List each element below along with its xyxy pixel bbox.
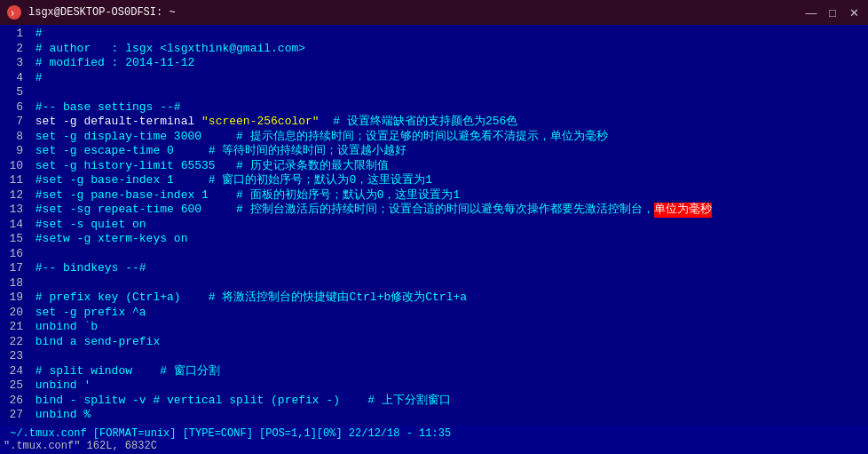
terminal-line: 17 #-- bindkeys --# xyxy=(4,261,864,276)
line-segment: # prefix key (Ctrl+a) # 将激活控制台的快捷键由Ctrl+… xyxy=(28,291,467,306)
line-segment: set -g display-time 3000 # 提示信息的持续时间；设置足… xyxy=(28,130,608,145)
line-number: 4 xyxy=(4,71,23,86)
line-number: 14 xyxy=(4,218,23,233)
line-number: 26 xyxy=(4,394,23,409)
terminal: 1 #2 # author : lsgx <lsgxthink@gmail.co… xyxy=(0,25,868,454)
terminal-line: 23 xyxy=(4,349,864,364)
terminal-line: 12 #set -g pane-base-index 1 # 面板的初始序号；默… xyxy=(4,188,864,203)
terminal-line: 14 #set -s quiet on xyxy=(4,218,864,233)
line-segment: #setw -g xterm-keys on xyxy=(28,232,187,247)
terminal-line: 21 unbind `b xyxy=(4,320,864,335)
line-number: 27 xyxy=(4,408,23,423)
terminal-line: 4 # xyxy=(4,71,864,86)
line-segment: # xyxy=(28,27,43,42)
terminal-line: 10 set -g history-limit 65535 # 历史记录条数的最… xyxy=(4,159,864,174)
title-bar-left: ❯ lsgx@DESKTOP-OS0DFSI: ~ xyxy=(7,5,176,20)
svg-text:❯: ❯ xyxy=(11,10,14,17)
line-number: 2 xyxy=(4,42,23,57)
terminal-line: 19 # prefix key (Ctrl+a) # 将激活控制台的快捷键由Ct… xyxy=(4,291,864,306)
line-segment: #set -g base-index 1 # 窗口的初始序号；默认为0，这里设置… xyxy=(28,173,432,188)
line-number: 17 xyxy=(4,261,23,276)
line-number: 12 xyxy=(4,188,23,203)
line-number: 21 xyxy=(4,320,23,335)
line-number: 19 xyxy=(4,291,23,306)
line-number: 22 xyxy=(4,335,23,350)
line-number: 11 xyxy=(4,173,23,188)
line-segment: # xyxy=(28,71,43,86)
terminal-line: 8 set -g display-time 3000 # 提示信息的持续时间；设… xyxy=(4,130,864,145)
terminal-line: 1 # xyxy=(4,27,864,42)
terminal-line: 9 set -g escape-time 0 # 等待时间的持续时间；设置越小越… xyxy=(4,144,864,159)
line-number: 7 xyxy=(4,115,23,130)
terminal-line: 22 bind a send-prefix xyxy=(4,335,864,350)
maximize-button[interactable]: □ xyxy=(825,6,840,20)
line-number: 3 xyxy=(4,56,23,71)
line-number: 20 xyxy=(4,306,23,321)
close-button[interactable]: ✕ xyxy=(847,6,861,20)
line-number: 1 xyxy=(4,27,23,42)
line-number: 25 xyxy=(4,378,23,394)
line-segment: # 设置终端缺省的支持颜色为256色 xyxy=(320,115,518,130)
line-segment: unbind ' xyxy=(28,378,91,394)
line-segment: "screen-256color" xyxy=(201,115,320,130)
terminal-line: 2 # author : lsgx <lsgxthink@gmail.com> xyxy=(4,42,864,57)
line-number: 15 xyxy=(4,232,23,247)
line-segment: #-- base settings --# xyxy=(28,100,181,115)
line-segment: #set -g pane-base-index 1 # 面板的初始序号；默认为0… xyxy=(28,188,460,203)
line-segment: set -g default-terminal xyxy=(28,115,201,130)
line-segment: # author : lsgx <lsgxthink@gmail.com> xyxy=(28,42,305,57)
ubuntu-icon: ❯ xyxy=(7,5,21,20)
line-segment: set -g prefix ^a xyxy=(28,306,146,321)
terminal-line: 13 #set -sg repeat-time 600 # 控制台激活后的持续时… xyxy=(4,203,864,218)
line-segment: 单位为毫秒 xyxy=(654,203,712,218)
terminal-line: 15 #setw -g xterm-keys on xyxy=(4,232,864,247)
terminal-line: 16 xyxy=(4,247,864,262)
terminal-line: 7 set -g default-terminal "screen-256col… xyxy=(4,115,864,130)
line-number: 24 xyxy=(4,364,23,379)
line-number: 13 xyxy=(4,203,23,218)
line-segment: set -g history-limit 65535 # 历史记录条数的最大限制… xyxy=(28,159,389,174)
line-number: 16 xyxy=(4,247,23,262)
line-number: 6 xyxy=(4,100,23,115)
line-segment: unbind % xyxy=(28,408,91,423)
terminal-line: 3 # modified : 2014-11-12 xyxy=(4,56,864,71)
title-bar-controls[interactable]: — □ ✕ xyxy=(804,6,861,20)
line-segment: unbind `b xyxy=(28,320,98,335)
terminal-line: 20 set -g prefix ^a xyxy=(4,306,864,321)
terminal-line: 5 xyxy=(4,85,864,100)
status-line2: ".tmux.conf" 162L, 6832C xyxy=(4,440,864,452)
line-number: 9 xyxy=(4,144,23,159)
terminal-line: 25 unbind ' xyxy=(4,378,864,394)
terminal-line: 6 #-- base settings --# xyxy=(4,100,864,115)
terminal-line: 27 unbind % xyxy=(4,408,864,423)
terminal-line: 11 #set -g base-index 1 # 窗口的初始序号；默认为0，这… xyxy=(4,173,864,188)
line-number: 8 xyxy=(4,130,23,145)
terminal-content: 1 #2 # author : lsgx <lsgxthink@gmail.co… xyxy=(0,25,868,426)
title-bar-title: lsgx@DESKTOP-OS0DFSI: ~ xyxy=(28,6,176,19)
line-segment: # modified : 2014-11-12 xyxy=(28,56,194,71)
line-number: 10 xyxy=(4,159,23,174)
line-segment: bind a send-prefix xyxy=(28,335,160,350)
status-line1: ~/.tmux.conf [FORMAT=unix] [TYPE=CONF] [… xyxy=(4,427,864,440)
terminal-line: 26 bind - splitw -v # vertical split (pr… xyxy=(4,394,864,409)
line-segment: #set -s quiet on xyxy=(28,218,146,233)
line-segment: bind - splitw -v # vertical split (prefi… xyxy=(28,394,451,409)
line-number: 23 xyxy=(4,349,23,364)
minimize-button[interactable]: — xyxy=(804,6,818,20)
status-bar: ~/.tmux.conf [FORMAT=unix] [TYPE=CONF] [… xyxy=(0,426,868,454)
line-segment: set -g escape-time 0 # 等待时间的持续时间；设置越小越好 xyxy=(28,144,406,159)
line-segment: #-- bindkeys --# xyxy=(28,261,146,276)
terminal-line: 24 # split window # 窗口分割 xyxy=(4,364,864,379)
terminal-line: 18 xyxy=(4,276,864,291)
line-number: 18 xyxy=(4,276,23,291)
line-segment: # split window # 窗口分割 xyxy=(28,364,220,379)
line-segment: #set -sg repeat-time 600 # 控制台激活后的持续时间；设… xyxy=(28,203,654,218)
line-number: 5 xyxy=(4,85,23,100)
title-bar: ❯ lsgx@DESKTOP-OS0DFSI: ~ — □ ✕ xyxy=(0,0,868,25)
